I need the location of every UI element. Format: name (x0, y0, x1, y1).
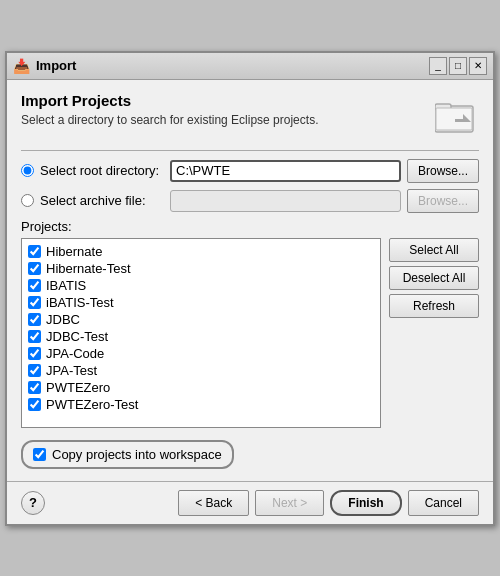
minimize-button[interactable]: _ (429, 57, 447, 75)
list-buttons: Select All Deselect All Refresh (389, 238, 479, 428)
list-item[interactable]: JPA-Code (26, 345, 376, 362)
project-checkbox[interactable] (28, 262, 41, 275)
window-title: Import (36, 58, 76, 73)
project-name: PWTEZero-Test (46, 397, 138, 412)
deselect-all-button[interactable]: Deselect All (389, 266, 479, 290)
list-item[interactable]: Hibernate-Test (26, 260, 376, 277)
cancel-button[interactable]: Cancel (408, 490, 479, 516)
title-bar: 📥 Import _ □ ✕ (7, 53, 493, 80)
finish-button[interactable]: Finish (330, 490, 401, 516)
back-button[interactable]: < Back (178, 490, 249, 516)
header-icon (431, 92, 479, 140)
browse-archive-button[interactable]: Browse... (407, 189, 479, 213)
projects-label: Projects: (21, 219, 479, 234)
projects-list[interactable]: HibernateHibernate-TestIBATISiBATIS-Test… (21, 238, 381, 428)
project-checkbox[interactable] (28, 347, 41, 360)
project-name: JPA-Code (46, 346, 104, 361)
archive-file-input[interactable] (170, 190, 401, 212)
select-all-button[interactable]: Select All (389, 238, 479, 262)
projects-area: HibernateHibernate-TestIBATISiBATIS-Test… (21, 238, 479, 428)
next-button[interactable]: Next > (255, 490, 324, 516)
list-item[interactable]: IBATIS (26, 277, 376, 294)
select-root-row: Select root directory: Browse... (21, 159, 479, 183)
project-checkbox[interactable] (28, 398, 41, 411)
header-text: Import Projects Select a directory to se… (21, 92, 318, 127)
copy-checkbox[interactable] (33, 448, 46, 461)
browse-root-button[interactable]: Browse... (407, 159, 479, 183)
project-checkbox[interactable] (28, 245, 41, 258)
project-checkbox[interactable] (28, 330, 41, 343)
copy-section: Copy projects into workspace (21, 440, 479, 469)
title-buttons: _ □ ✕ (429, 57, 487, 75)
nav-buttons: < Back Next > Finish Cancel (178, 490, 479, 516)
bottom-bar: ? < Back Next > Finish Cancel (7, 481, 493, 524)
dialog-content: Import Projects Select a directory to se… (7, 80, 493, 481)
list-item[interactable]: iBATIS-Test (26, 294, 376, 311)
list-item[interactable]: JDBC-Test (26, 328, 376, 345)
copy-checkbox-row[interactable]: Copy projects into workspace (21, 440, 234, 469)
project-checkbox[interactable] (28, 296, 41, 309)
list-item[interactable]: Hibernate (26, 243, 376, 260)
root-directory-input[interactable] (170, 160, 401, 182)
project-checkbox[interactable] (28, 381, 41, 394)
import-dialog: 📥 Import _ □ ✕ Import Projects Select a … (5, 51, 495, 526)
project-checkbox[interactable] (28, 279, 41, 292)
dialog-description: Select a directory to search for existin… (21, 113, 318, 127)
header-section: Import Projects Select a directory to se… (21, 92, 479, 140)
select-root-label[interactable]: Select root directory: (40, 163, 170, 178)
select-archive-row: Select archive file: Browse... (21, 189, 479, 213)
list-item[interactable]: PWTEZero (26, 379, 376, 396)
dialog-title: Import Projects (21, 92, 318, 109)
project-checkbox[interactable] (28, 313, 41, 326)
project-name: iBATIS-Test (46, 295, 114, 310)
maximize-button[interactable]: □ (449, 57, 467, 75)
separator-1 (21, 150, 479, 151)
select-root-radio[interactable] (21, 164, 34, 177)
close-button[interactable]: ✕ (469, 57, 487, 75)
help-button[interactable]: ? (21, 491, 45, 515)
select-archive-label[interactable]: Select archive file: (40, 193, 170, 208)
project-name: JDBC (46, 312, 80, 327)
list-item[interactable]: JDBC (26, 311, 376, 328)
project-name: PWTEZero (46, 380, 110, 395)
copy-label: Copy projects into workspace (52, 447, 222, 462)
list-item[interactable]: JPA-Test (26, 362, 376, 379)
project-checkbox[interactable] (28, 364, 41, 377)
svg-rect-4 (455, 119, 463, 122)
refresh-button[interactable]: Refresh (389, 294, 479, 318)
project-name: Hibernate-Test (46, 261, 131, 276)
project-name: JPA-Test (46, 363, 97, 378)
select-archive-radio[interactable] (21, 194, 34, 207)
list-item[interactable]: PWTEZero-Test (26, 396, 376, 413)
project-name: JDBC-Test (46, 329, 108, 344)
folder-icon (435, 98, 475, 134)
window-title-icon: 📥 (13, 58, 30, 74)
project-name: Hibernate (46, 244, 102, 259)
project-name: IBATIS (46, 278, 86, 293)
